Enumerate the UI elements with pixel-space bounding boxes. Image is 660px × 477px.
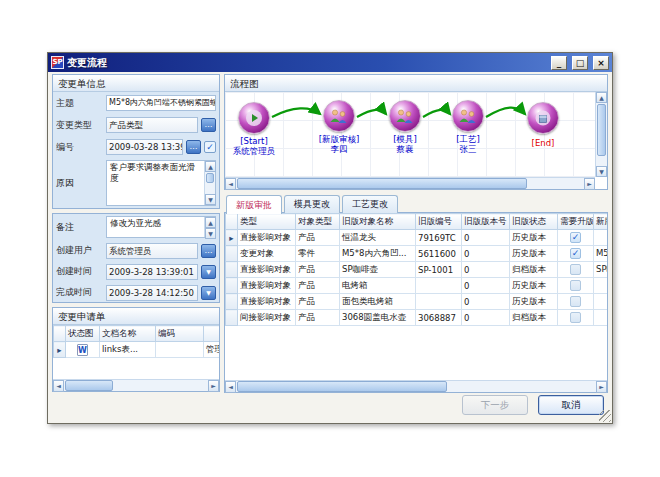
remarks-spinner[interactable]: ▲ ▼ [204,217,215,237]
field-create-time: 创建时间 2009-3-28 13:39:01 ▼ [53,261,219,282]
col-old-version[interactable]: 旧版版本号 [462,214,510,230]
field-subject: 主题 M5*8内六角凹端不锈钢紧固螺钉 [53,92,219,114]
dropdown-button[interactable]: ▼ [201,286,216,300]
finish-time-input[interactable]: 2009-3-28 14:12:50 [106,285,198,301]
number-checkbox[interactable]: ✓ [204,141,216,153]
col-code[interactable]: 编码 [156,326,204,342]
change-order-panel: 变更单信息 主题 M5*8内六角凹端不锈钢紧固螺钉 变更类型 产品类型 … 编号… [52,74,220,419]
scroll-thumb[interactable] [65,380,113,391]
scroll-down-icon[interactable]: ▼ [596,166,607,177]
scroll-down-icon[interactable]: ▼ [205,228,216,239]
people-icon [329,109,349,124]
upgrade-checkbox[interactable] [570,264,581,275]
subject-input[interactable]: M5*8内六角凹端不锈钢紧固螺钉 [106,95,216,111]
row-selector: ▸ [226,230,238,246]
col-status-icon[interactable]: 状态图 [66,326,100,342]
request-table-wrap: 状态图 文档名称 编码 ▸ W links表... 管理员 [53,325,219,379]
scroll-right-icon[interactable]: ► [596,381,607,393]
reason-scrollbar[interactable]: ▲ ▼ [204,161,215,205]
request-table-hscrollbar[interactable]: ◄ ► [53,379,219,391]
dropdown-button[interactable]: ▼ [201,265,216,279]
table-row[interactable]: ▸ 直接影响对象 产品 恒温龙头 79169TC 0 历史版本 ✓ [226,230,608,246]
table-row[interactable]: 直接影响对象 产品 电烤箱 0 历史版本 [226,278,608,294]
table-row[interactable]: 直接影响对象 产品 SP咖啡壶 SP-1001 0 归档版本 SP咖啡壶 [226,262,608,278]
scroll-up-icon[interactable]: ▲ [205,161,216,172]
col-type[interactable]: 类型 [238,214,296,230]
titlebar[interactable]: SP 变更流程 _ □ × [48,53,612,72]
field-change-type: 变更类型 产品类型 … [53,114,219,136]
scroll-right-icon[interactable]: ► [584,178,595,190]
flow-node-end[interactable] [527,102,559,134]
col-old-status[interactable]: 旧版状态 [510,214,558,230]
tab-strip: 新版审批 模具更改 工艺更改 [224,194,608,213]
tab-craft-change[interactable]: 工艺更改 [342,195,398,213]
tab-new-version-approval[interactable]: 新版审批 [226,195,282,214]
remarks-textarea[interactable]: 修改为亚光感 ▲ ▼ [106,216,216,238]
upgrade-checkbox[interactable] [570,280,581,291]
flow-hscrollbar[interactable]: ◄ ► [225,177,595,189]
col-old-name[interactable]: 旧版对象名称 [340,214,416,230]
upgrade-checkbox[interactable] [570,296,581,307]
number-input[interactable]: 2009-03-28 13:39:01 [106,139,183,155]
flow-node-mold[interactable] [389,100,421,132]
row-selector: ▸ [54,342,66,358]
dialog-content: 变更单信息 主题 M5*8内六角凹端不锈钢紧固螺钉 变更类型 产品类型 … 编号… [50,72,610,421]
basic-info-group: 变更单信息 主题 M5*8内六角凹端不锈钢紧固螺钉 变更类型 产品类型 … 编号… [52,74,220,209]
next-step-button[interactable]: 下一步 [462,395,528,415]
resize-grip[interactable] [599,410,611,422]
flow-label-craft: [工艺] 张三 [426,134,510,154]
scroll-up-icon[interactable]: ▲ [596,92,607,103]
upgrade-checkbox[interactable]: ✓ [570,232,581,243]
ellipsis-button[interactable]: … [201,244,216,258]
flow-vscrollbar[interactable]: ▲ ▼ [595,92,607,177]
ellipsis-button[interactable]: … [186,140,201,154]
flow-node-start[interactable] [238,102,270,134]
flow-panel: 流程图 [224,74,608,419]
col-need-upgrade[interactable]: 需要升版 [558,214,594,230]
reason-textarea[interactable]: 客户要求调整表面光滑度 ▲ ▼ [106,160,216,206]
close-button[interactable]: × [593,56,609,70]
flow-label-end: [End] [501,138,585,148]
field-label: 创建用户 [56,244,103,257]
impact-table-hscrollbar[interactable]: ◄ ► [225,380,607,392]
change-request-group: 变更申请单 状态图 文档名称 编码 ▸ W [52,307,220,392]
scroll-left-icon[interactable]: ◄ [53,380,64,392]
upgrade-checkbox[interactable] [570,312,581,323]
scroll-thumb[interactable] [237,381,447,392]
ellipsis-button[interactable]: … [201,118,216,132]
create-time-input[interactable]: 2009-3-28 13:39:01 [106,264,198,280]
scroll-thumb[interactable] [237,178,527,189]
field-label: 备注 [56,221,103,234]
table-row[interactable]: 直接影响对象 产品 面包类电烤箱 0 历史版本 [226,294,608,310]
create-user-input[interactable]: 系统管理员 [106,243,198,259]
section-title-change-request: 变更申请单 [53,308,219,325]
col-object-type[interactable]: 对象类型 [296,214,340,230]
scroll-thumb[interactable] [597,104,606,156]
col-old-number[interactable]: 旧版编号 [416,214,462,230]
field-number: 编号 2009-03-28 13:39:01 … ✓ [53,136,219,158]
scroll-up-icon[interactable]: ▲ [205,217,216,228]
scroll-thumb[interactable] [206,173,214,183]
cancel-button[interactable]: 取消 [538,395,604,415]
col-new-name[interactable]: 新版对象名称 [594,214,608,230]
maximize-button[interactable]: □ [572,56,588,70]
flow-node-craft[interactable] [452,100,484,132]
table-row[interactable]: 变更对象 零件 M5*8内六角凹... 5611600 0 历史版本 ✓ M5*… [226,246,608,262]
scroll-right-icon[interactable]: ► [208,380,219,392]
table-row[interactable]: 间接影响对象 产品 3068圆盖电水壶 3068887 0 归档版本 [226,310,608,326]
minimize-button[interactable]: _ [551,56,567,70]
table-row[interactable]: ▸ W links表... 管理员 [54,342,220,358]
tab-mold-change[interactable]: 模具更改 [284,195,340,213]
field-finish-time: 完成时间 2009-3-28 14:12:50 ▼ [53,282,219,303]
change-type-input[interactable]: 产品类型 [106,117,198,133]
scroll-down-icon[interactable]: ▼ [205,194,216,205]
col-doc-name[interactable]: 文档名称 [100,326,156,342]
upgrade-checkbox[interactable]: ✓ [570,248,581,259]
table-header-row: 状态图 文档名称 编码 [54,326,220,342]
change-process-window: SP 变更流程 _ □ × 变更单信息 主题 M5*8内六角凹端不锈钢紧固螺钉 … [47,52,613,424]
stop-icon [535,110,551,126]
scroll-left-icon[interactable]: ◄ [225,381,236,393]
scroll-left-icon[interactable]: ◄ [225,178,236,190]
flow-node-review[interactable] [323,100,355,132]
flow-canvas[interactable]: [Start] 系统管理员 [新版审核] 李 [225,92,595,177]
